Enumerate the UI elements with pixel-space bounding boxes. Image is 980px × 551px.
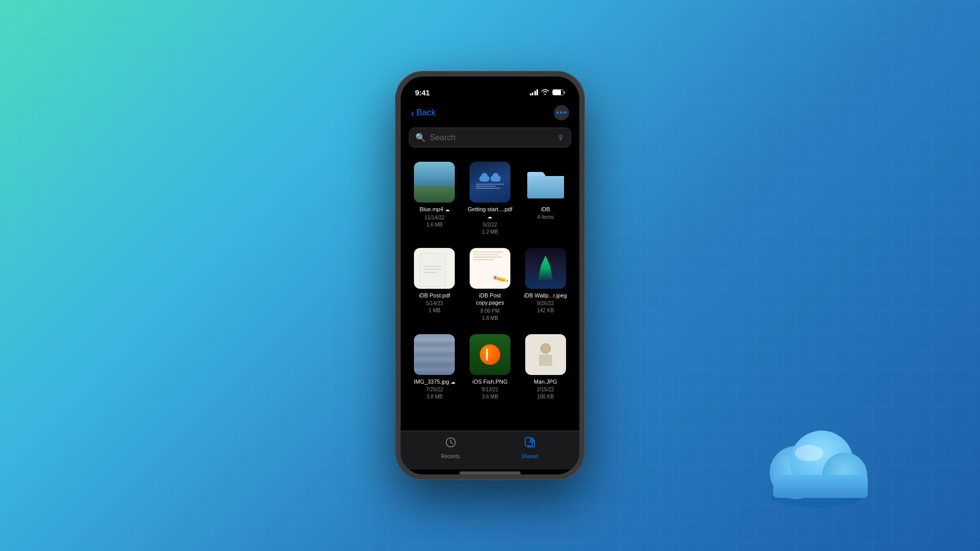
curtain-stripes [414, 334, 455, 375]
pages-line-3 [473, 257, 502, 258]
svg-rect-6 [420, 253, 446, 287]
dynamic-island [458, 83, 522, 102]
file-meta-idb-folder: 4 items [537, 214, 554, 221]
file-item-idb-folder[interactable]: iDB 4 items [520, 158, 571, 240]
status-time: 9:41 [415, 88, 430, 97]
fish-circle [480, 344, 500, 365]
fish-stripe [486, 348, 488, 361]
file-item-img-3375[interactable]: IMG_3375.jpg ☁ 7/25/223.8 MB [409, 330, 460, 405]
signal-bar-1 [530, 93, 531, 95]
wallpaper-glow [538, 256, 553, 281]
file-meta-ios-fish: 9/13/213.6 MB [481, 386, 498, 400]
signal-bar-3 [534, 91, 536, 95]
file-name-ios-fish: iOS Fish.PNG [472, 378, 507, 385]
file-item-man-jpg[interactable]: Man.JPG 2/15/22100 KB [520, 330, 571, 405]
tab-bar: Recents Shared [401, 431, 579, 469]
home-indicator [459, 471, 521, 474]
gs-line-2 [476, 186, 496, 187]
file-meta-idb-post-pdf: 5/14/231 MB [426, 300, 443, 314]
search-bar[interactable]: 🔍 Search 🎙 [409, 128, 571, 147]
file-name-idb-folder: iDB [541, 206, 550, 213]
file-thumb-ios-fish [470, 334, 510, 375]
file-name-img-3375: IMG_3375.jpg ☁ [414, 378, 455, 386]
gs-line-3 [476, 188, 500, 189]
file-thumb-idb-wallpaper [525, 248, 566, 289]
curtain-stripe-3 [442, 334, 455, 375]
file-item-ios-fish[interactable]: iOS Fish.PNG 9/13/213.6 MB [464, 330, 516, 405]
tab-recents[interactable]: Recents [435, 436, 466, 459]
wallpaper-thumbnail [525, 248, 566, 289]
curtain-stripe-2 [428, 334, 442, 375]
file-thumb-man-jpg [525, 334, 566, 375]
pages-line-2 [473, 254, 499, 255]
file-meta-idb-wallpaper: 9/26/22142 KB [537, 300, 554, 314]
back-label: Back [416, 108, 436, 118]
file-item-getting-started[interactable]: Getting start....pdf ☁ 5/2/221.2 MB [464, 158, 516, 240]
wifi-icon [541, 89, 549, 96]
file-meta-man-jpg: 2/15/22100 KB [537, 386, 554, 400]
signal-bar-2 [532, 92, 533, 95]
file-thumb-idb-post-pages: ✏️ [470, 248, 510, 289]
gs-cloud-1 [479, 176, 489, 182]
file-name-blue-mp4: Blue.mp4 ☁ [420, 206, 450, 213]
img3375-thumbnail [414, 334, 455, 375]
svg-point-12 [530, 439, 533, 442]
phone-frame: 9:41 [396, 71, 584, 480]
file-meta-idb-post-pages: 8:00 PM1.8 MB [480, 308, 499, 322]
signal-bar-4 [536, 89, 538, 95]
pdf-page-icon [419, 252, 450, 289]
file-name-getting-started: Getting start....pdf ☁ [467, 206, 513, 220]
shared-icon [524, 436, 536, 452]
file-item-blue-mp4[interactable]: Blue.mp4 ☁ 11/14/221.6 MB [409, 158, 460, 240]
pages-line-4 [473, 259, 494, 260]
file-item-idb-post-pages[interactable]: ✏️ iDB Post copy.pages 8:00 PM1.8 MB [464, 244, 516, 326]
back-button[interactable]: ‹ Back [411, 108, 435, 118]
files-grid: Blue.mp4 ☁ 11/14/221.6 MB [401, 154, 579, 431]
status-icons [530, 89, 566, 96]
gs-clouds [479, 176, 501, 182]
file-thumb-img-3375 [414, 334, 455, 375]
file-name-idb-wallpaper: iDB Wallp...r.jpeg [524, 292, 567, 299]
cloud-icon-getting-started: ☁ [487, 214, 492, 219]
man-head [541, 343, 551, 354]
tab-shared[interactable]: Shared [514, 436, 545, 459]
file-item-idb-post-pdf[interactable]: iDB Post.pdf 5/14/231 MB [409, 244, 460, 326]
file-name-idb-post-pages: iDB Post copy.pages [467, 292, 513, 307]
screen: 9:41 [401, 77, 579, 474]
more-button[interactable]: ••• [554, 105, 569, 120]
svg-point-5 [795, 445, 823, 461]
icloud-decoration [755, 416, 878, 510]
man-figure [539, 343, 552, 366]
man-thumbnail [525, 334, 566, 375]
curtain-stripe-1 [414, 334, 428, 375]
search-icon: 🔍 [415, 133, 426, 142]
fish-thumbnail [470, 334, 510, 375]
mic-icon[interactable]: 🎙 [557, 133, 565, 142]
file-name-idb-post-pdf: iDB Post.pdf [419, 292, 450, 299]
getting-started-thumbnail [470, 162, 510, 203]
cloud-icon-blue-mp4: ☁ [445, 207, 450, 212]
files-row-1: Blue.mp4 ☁ 11/14/221.6 MB [409, 158, 571, 240]
battery-icon [552, 89, 565, 95]
files-row-2: iDB Post.pdf 5/14/231 MB ✏️ [409, 244, 571, 326]
file-item-idb-wallpaper[interactable]: iDB Wallp...r.jpeg 9/26/22142 KB [520, 244, 571, 326]
file-meta-blue-mp4: 11/14/221.6 MB [425, 214, 445, 229]
shared-label: Shared [521, 454, 537, 459]
signal-bars-icon [530, 89, 538, 95]
gs-cloud-2 [491, 176, 501, 182]
search-placeholder: Search [430, 133, 553, 142]
man-body [539, 355, 552, 366]
gs-lines [474, 184, 506, 189]
nav-header: ‹ Back ••• [401, 101, 579, 126]
file-thumb-blue-mp4 [414, 162, 455, 203]
pdf-thumbnail [414, 248, 455, 289]
back-chevron-icon: ‹ [411, 108, 414, 118]
file-meta-getting-started: 5/2/221.2 MB [482, 221, 498, 236]
svg-rect-4 [773, 475, 868, 498]
folder-icon-svg [525, 162, 566, 203]
file-thumb-idb-folder [525, 162, 566, 203]
gs-line-1 [476, 184, 504, 185]
landscape-thumbnail [414, 162, 455, 203]
recents-icon [445, 436, 457, 452]
cloud-icon-img3375: ☁ [451, 380, 455, 385]
